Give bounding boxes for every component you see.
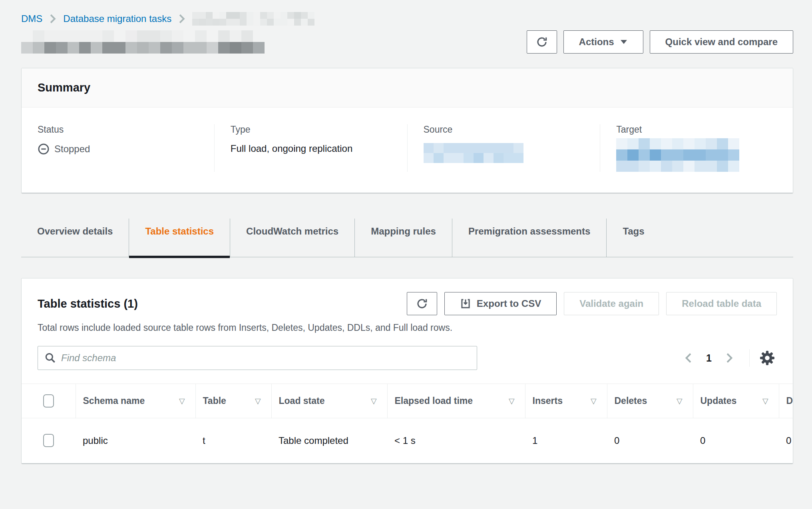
find-schema-input[interactable] [38, 346, 477, 370]
tab-mapping-rules[interactable]: Mapping rules [355, 219, 452, 257]
column-header-inserts: Inserts ▽ [525, 384, 607, 418]
table-statistics-table: Schema name ▽ Table ▽ Load state ▽ [22, 384, 793, 463]
column-header-ddls: DDLs ▽ [779, 384, 793, 418]
table-header-row: Schema name ▽ Table ▽ Load state ▽ [22, 384, 793, 418]
sort-updates[interactable]: Updates ▽ [701, 396, 779, 406]
sort-icon: ▽ [255, 396, 261, 406]
reload-table-data-label: Reload table data [682, 298, 761, 309]
type-label: Type [231, 124, 395, 135]
gear-icon [759, 350, 775, 366]
sort-table[interactable]: Table ▽ [203, 396, 271, 406]
column-label: Inserts [533, 396, 563, 406]
sort-elapsed-load-time[interactable]: Elapsed load time ▽ [395, 396, 525, 406]
column-label: Load state [279, 396, 325, 406]
chevron-right-icon [725, 352, 734, 364]
cell-deletes: 0 [607, 418, 693, 463]
sort-icon: ▽ [371, 396, 377, 406]
summary-type-field: Type Full load, ongoing replication [214, 124, 407, 172]
cell-elapsed-load-time: < 1 s [387, 418, 525, 463]
next-page-button[interactable] [720, 352, 740, 364]
task-tabs: Overview details Table statistics CloudW… [21, 219, 793, 257]
type-value: Full load, ongoing replication [231, 143, 395, 154]
column-label: DDLs [786, 396, 794, 406]
column-label: Table [203, 396, 226, 406]
sort-deletes[interactable]: Deletes ▽ [615, 396, 693, 406]
pagination: 1 [678, 349, 777, 367]
tab-tags[interactable]: Tags [607, 219, 660, 257]
previous-page-button[interactable] [678, 352, 698, 364]
table-statistics-card: Table statistics (1) Export to CSV Valid… [21, 278, 793, 463]
sort-ddls[interactable]: DDLs ▽ [786, 396, 794, 406]
cell-load-state: Table completed [271, 418, 387, 463]
cell-table: t [195, 418, 271, 463]
breadcrumb-task-name-redacted [192, 12, 314, 26]
sort-icon: ▽ [591, 396, 597, 406]
reload-table-data-button: Reload table data [666, 292, 777, 315]
page-header: Actions Quick view and compare [21, 30, 793, 54]
table-refresh-button[interactable] [407, 292, 437, 315]
sort-load-state[interactable]: Load state ▽ [279, 396, 387, 406]
tab-overview-details[interactable]: Overview details [21, 219, 129, 257]
page-title-redacted [21, 30, 265, 54]
status-value: Stopped [38, 143, 202, 155]
column-header-deletes: Deletes ▽ [607, 384, 693, 418]
row-checkbox[interactable] [43, 434, 54, 447]
chevron-left-icon [684, 352, 693, 364]
column-header-schema-name: Schema name ▽ [76, 384, 195, 418]
source-label: Source [424, 124, 588, 135]
caret-down-icon [620, 39, 628, 45]
status-label: Status [38, 124, 202, 135]
target-label: Target [616, 124, 781, 135]
export-csv-label: Export to CSV [477, 298, 541, 309]
cell-ddls: 0 [779, 418, 793, 463]
search-icon [44, 352, 57, 364]
table-statistics-buttons: Export to CSV Validate again Reload tabl… [407, 292, 777, 315]
table-settings-button[interactable] [759, 350, 775, 366]
column-label: Updates [701, 396, 737, 406]
download-icon [460, 298, 471, 309]
breadcrumb-dms-link[interactable]: DMS [21, 13, 42, 24]
sort-schema-name[interactable]: Schema name ▽ [83, 396, 195, 406]
chevron-right-icon [178, 14, 186, 24]
breadcrumb: DMS Database migration tasks [21, 0, 793, 26]
cell-inserts: 1 [525, 418, 607, 463]
dms-task-page: DMS Database migration tasks Actions [0, 0, 812, 463]
refresh-button[interactable] [527, 30, 557, 54]
table-row: public t Table completed < 1 s 1 0 0 0 [22, 418, 793, 463]
schema-search [38, 346, 477, 370]
summary-body: Status Stopped Type Full load, ongoing r… [22, 107, 793, 193]
source-endpoint-link-redacted[interactable] [424, 143, 523, 163]
select-all-header [22, 384, 76, 418]
export-csv-button[interactable]: Export to CSV [444, 292, 557, 315]
target-endpoint-link-redacted[interactable] [616, 138, 739, 172]
column-header-table: Table ▽ [195, 384, 271, 418]
summary-card: Summary Status Stopped Type Full load, o… [21, 68, 793, 193]
summary-target-field: Target [600, 124, 793, 172]
refresh-icon [535, 36, 548, 48]
quick-view-compare-button[interactable]: Quick view and compare [650, 30, 793, 54]
table-statistics-title: Table statistics (1) [38, 297, 138, 310]
chevron-right-icon [49, 14, 57, 24]
tab-table-statistics[interactable]: Table statistics [129, 219, 230, 257]
current-page-number[interactable]: 1 [701, 352, 716, 364]
table-statistics-description: Total rows include loaded source table r… [22, 315, 793, 333]
actions-dropdown-button[interactable]: Actions [563, 30, 643, 54]
select-all-checkbox[interactable] [43, 394, 54, 408]
tab-premigration-assessments[interactable]: Premigration assessments [452, 219, 607, 257]
sort-inserts[interactable]: Inserts ▽ [533, 396, 607, 406]
table-statistics-header: Table statistics (1) Export to CSV Valid… [22, 278, 793, 315]
row-select-cell [22, 418, 76, 463]
validate-again-label: Validate again [579, 298, 643, 309]
status-text: Stopped [54, 143, 90, 155]
target-value [616, 138, 781, 172]
refresh-icon [416, 297, 428, 310]
sort-icon: ▽ [509, 396, 515, 406]
tab-cloudwatch-metrics[interactable]: CloudWatch metrics [230, 219, 355, 257]
column-header-updates: Updates ▽ [693, 384, 779, 418]
actions-dropdown-label: Actions [579, 36, 614, 48]
breadcrumb-tasks-link[interactable]: Database migration tasks [63, 13, 171, 24]
source-value [424, 143, 588, 163]
sort-icon: ▽ [179, 396, 185, 406]
cell-schema-name: public [76, 418, 195, 463]
column-header-load-state: Load state ▽ [271, 384, 387, 418]
